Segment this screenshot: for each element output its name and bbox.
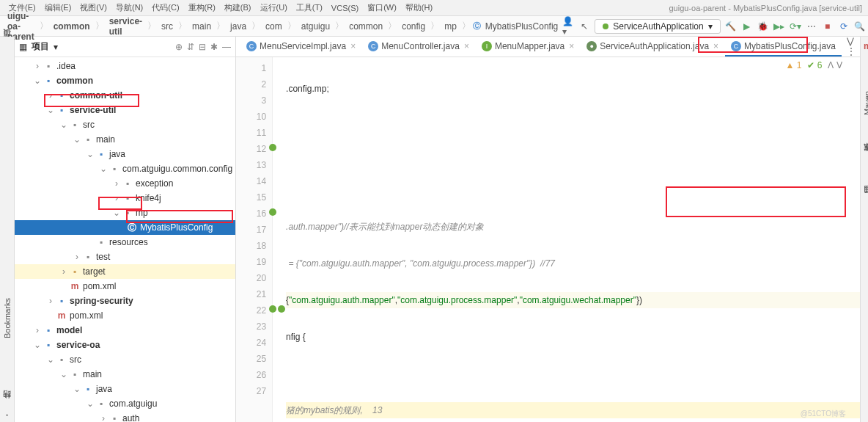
corner-icon[interactable]: ▫ (6, 411, 9, 419)
chevron-down-icon: ▾ (708, 21, 713, 32)
project-label: 项目 (32, 40, 49, 53)
tabs-more[interactable]: ⋁ ⋮ (842, 37, 860, 57)
menu-vcs[interactable]: VCS(S) (328, 2, 361, 14)
crumb-5[interactable]: java (227, 20, 249, 33)
expand-icon[interactable]: ⇵ (187, 42, 194, 52)
crumb-8[interactable]: common (346, 20, 386, 33)
tab-3[interactable]: ●ServiceAuthApplication.java× (581, 37, 724, 57)
right-tool-strip: m Maven 数据库 通知 (860, 37, 868, 422)
crumb-6[interactable]: com (262, 20, 285, 33)
stop-icon[interactable]: ■ (822, 21, 834, 32)
crumb-9[interactable]: config (399, 20, 428, 33)
hammer-icon[interactable]: 🔨 (725, 21, 737, 32)
menu-refactor[interactable]: 重构(R) (185, 1, 218, 15)
scroll-from-icon[interactable]: ⊕ (175, 42, 183, 52)
project-tree[interactable]: ›▪.idea ⌄▪common ›▪common-util ⌄▪service… (15, 57, 235, 422)
menu-run[interactable]: 运行(U) (257, 1, 290, 15)
search-icon[interactable]: 🔍 (854, 21, 866, 32)
run-icon[interactable]: ▶ (741, 21, 753, 32)
tab-0[interactable]: CMenuServiceImpl.java× (240, 37, 361, 57)
run-config-label: ServiceAuthApplication (613, 21, 703, 32)
tab-project[interactable]: 项目 (0, 40, 14, 46)
crumb-3[interactable]: src (158, 20, 176, 33)
close-icon[interactable]: × (464, 41, 469, 51)
menu-nav[interactable]: 导航(N) (113, 1, 146, 15)
menu-window[interactable]: 窗口(W) (364, 1, 400, 15)
crumb-4[interactable]: main (189, 20, 214, 33)
project-icon: ▦ (19, 42, 27, 52)
close-icon[interactable]: × (569, 41, 574, 51)
back-icon[interactable]: ↖ (578, 21, 590, 32)
editor-area: CMenuServiceImpl.java× CMenuController.j… (236, 37, 860, 422)
bottom-left-strip: 结构 ▫ (0, 385, 15, 422)
menu-tools[interactable]: 工具(T) (293, 1, 326, 15)
close-icon[interactable]: × (713, 41, 718, 51)
profile-icon[interactable]: ⟳▾ (790, 21, 801, 32)
run-dot-icon (603, 23, 608, 29)
tab-bookmarks[interactable]: Bookmarks (1, 295, 13, 341)
menu-help[interactable]: 帮助(H) (402, 1, 435, 15)
tab-maven[interactable]: Maven (861, 88, 868, 118)
maven-icon[interactable]: m (864, 41, 868, 51)
code-editor[interactable]: .config.mp; .auth.mapper")//表示能找到mapper动… (273, 57, 860, 422)
user-icon[interactable]: 👤▾ (562, 21, 574, 32)
run-config-dropdown[interactable]: ServiceAuthApplication ▾ (595, 19, 720, 34)
crumb-7[interactable]: atguigu (298, 20, 333, 33)
menu-edit[interactable]: 编辑(E) (42, 1, 75, 15)
tab-1[interactable]: CMenuController.java× (362, 37, 475, 57)
tab-database[interactable]: 数据库 (861, 155, 868, 161)
crumb-11[interactable]: MybatisPlusConfig (482, 20, 561, 33)
crumb-2[interactable]: service-util (106, 15, 145, 38)
menu-build[interactable]: 构建(B) (221, 1, 254, 15)
editor-tabs: CMenuServiceImpl.java× CMenuController.j… (236, 37, 860, 57)
tab-structure[interactable]: 结构 (0, 402, 14, 408)
watermark: @51CTO博客 (801, 409, 846, 419)
coverage-icon[interactable]: ▶▸ (773, 21, 785, 32)
line-gutter[interactable]: 123 1011 12 131415 16 171819 2021 22 232… (236, 57, 273, 422)
crumb-10[interactable]: mp (441, 20, 460, 33)
hide-icon[interactable]: — (222, 42, 231, 52)
chevron-down-icon[interactable]: ▾ (54, 42, 58, 52)
menu-code[interactable]: 代码(C) (149, 1, 182, 15)
dots-icon[interactable]: ⋯ (806, 21, 817, 32)
gear-icon[interactable]: ✱ (210, 42, 218, 52)
menu-view[interactable]: 视图(V) (77, 1, 110, 15)
crumb-file[interactable]: Ⓒ (473, 21, 481, 32)
window-title: guigu-oa-parent - MybatisPlusConfig.java… (669, 4, 862, 12)
tab-2[interactable]: IMenuMapper.java× (476, 37, 580, 57)
crumb-1[interactable]: common (51, 20, 93, 33)
tab-4[interactable]: CMybatisPlusConfig.java (725, 37, 842, 57)
tree-selected: ⒸMybatisPlusConfig (15, 220, 235, 235)
nav-bar: uigu-oa-parent〉 common〉 service-util〉 sr… (0, 16, 868, 37)
collapse-icon[interactable]: ⊟ (199, 42, 206, 52)
tab-notify[interactable]: 通知 (861, 197, 868, 203)
debug-icon[interactable]: 🐞 (757, 21, 769, 32)
left-tool-strip: 项目 Bookmarks (0, 37, 15, 422)
close-icon[interactable]: × (350, 41, 356, 51)
update-icon[interactable]: ⟳ (838, 21, 850, 32)
project-panel: ▦ 项目 ▾ ⊕ ⇵ ⊟ ✱ — ›▪.idea ⌄▪common ›▪comm… (15, 37, 236, 422)
